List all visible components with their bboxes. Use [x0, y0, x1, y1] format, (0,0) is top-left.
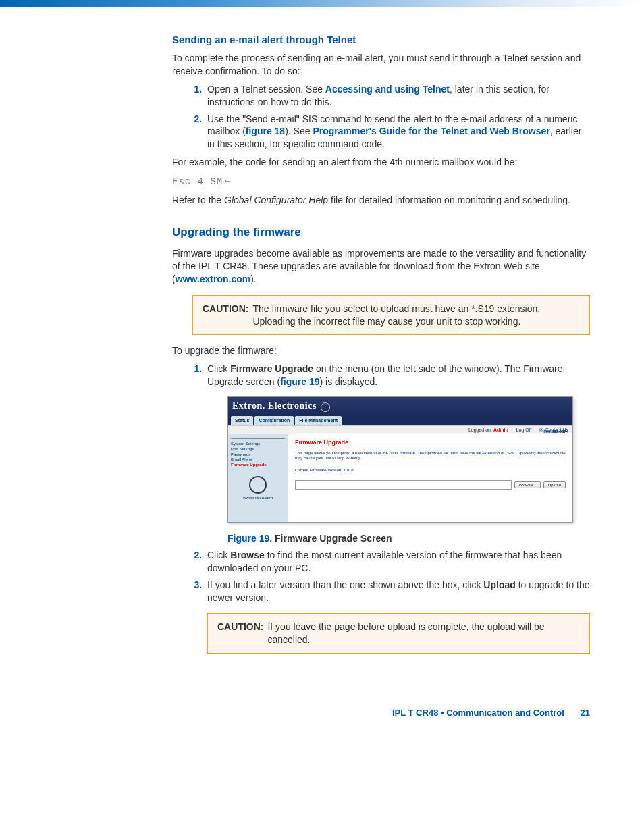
p4-b: file for detailed information on monitor…	[328, 194, 570, 205]
ss-tabs-wrap: Status Configuration File Management 800…	[228, 416, 572, 425]
caution-label-2: CAUTION:	[217, 621, 263, 646]
ss-main-divider-3	[295, 477, 566, 477]
ss-logged-label: Logged on:	[468, 427, 493, 432]
ss-logo-block: www.extron.com	[231, 476, 285, 500]
us3-bold: Upload	[483, 579, 515, 590]
side-port-settings[interactable]: Port Settings	[231, 447, 285, 452]
figure-19-number: Figure 19.	[227, 533, 272, 544]
ss-body: System Settings Port Settings Passwords …	[228, 434, 572, 522]
ss-tabs: Status Configuration File Management	[228, 416, 572, 425]
upgrade-steps-list: Click Firmware Upgrade on the menu (on t…	[172, 363, 590, 654]
side-email-alerts[interactable]: Email Alerts	[231, 457, 285, 463]
link-figure-18[interactable]: figure 18	[246, 126, 285, 136]
firmware-intro: Firmware upgrades become available as im…	[172, 247, 590, 286]
p4-a: Refer to the	[172, 194, 224, 205]
figure-19-caption: Figure 19. Firmware Upgrade Screen	[227, 532, 590, 545]
caution-text-2: If you leave the page before upload is c…	[267, 621, 580, 646]
us1-bold: Firmware Upgrade	[230, 363, 313, 374]
page-container: Sending an e-mail alert through Telnet T…	[0, 34, 644, 758]
heading-telnet: Sending an e-mail alert through Telnet	[172, 34, 590, 45]
footer-page-number: 21	[581, 708, 590, 718]
p4-italic: Global Configurator Help	[224, 194, 328, 205]
caution-box-2: CAUTION: If you leave the page before up…	[207, 613, 590, 654]
content-area: Sending an e-mail alert through Telnet T…	[172, 34, 590, 718]
figure-19-title: Firmware Upgrade Screen	[272, 533, 392, 544]
ss-side-divider	[231, 438, 285, 439]
code-text: Esc 4 SM	[172, 176, 223, 187]
telnet-step-1: Open a Telnet session. See Accessing and…	[205, 83, 590, 109]
us1-a: Click	[207, 363, 230, 374]
ss-upload-row: Browse... Upload	[295, 480, 566, 490]
firmware-upgrade-screenshot: Extron. Electronics Status Configuration…	[227, 396, 573, 523]
step2-text-b: ). See	[285, 126, 313, 136]
footer-text: IPL T CR48 • Communication and Control	[392, 708, 564, 718]
upgrade-step-3: If you find a later version than the one…	[205, 579, 590, 654]
step1-text-a: Open a Telnet session. See	[207, 84, 325, 95]
ss-main-panel: Firmware Upgrade This page allows you to…	[288, 434, 572, 522]
ss-header: Extron. Electronics	[228, 397, 572, 416]
page-footer: IPL T CR48 • Communication and Control 2…	[172, 708, 590, 718]
ss-sidebar: System Settings Port Settings Passwords …	[228, 434, 288, 522]
side-system-settings[interactable]: System Settings	[231, 442, 285, 447]
globe-icon	[321, 402, 330, 412]
ss-logoff-link[interactable]: Log Off	[516, 427, 532, 432]
caution-label-1: CAUTION:	[203, 303, 248, 328]
ss-brand-text: Extron. Electronics	[232, 400, 317, 411]
caution-text-1: The firmware file you select to upload m…	[252, 303, 580, 328]
ss-upload-button[interactable]: Upload	[543, 481, 566, 488]
link-programmers-guide[interactable]: Programmer's Guide for the Telnet and We…	[313, 126, 549, 136]
ss-browse-button[interactable]: Browse...	[514, 481, 541, 488]
tab-file-management[interactable]: File Management	[295, 416, 342, 425]
code-sample: Esc 4 SM←	[172, 176, 590, 187]
ss-logo-icon	[249, 476, 267, 494]
us1-c: ) is displayed.	[320, 376, 378, 387]
ss-firmware-version: Current Firmware Version: 1.01d	[295, 467, 566, 473]
ss-file-input[interactable]	[295, 480, 512, 490]
us3-a: If you find a later version than the one…	[207, 579, 483, 590]
example-paragraph: For example, the code for sending an ale…	[172, 156, 590, 169]
side-passwords[interactable]: Passwords	[231, 452, 285, 458]
top-gradient-bar	[0, 0, 644, 7]
link-accessing-telnet[interactable]: Accessing and using Telnet	[325, 84, 450, 95]
ss-status-bar: Logged on: Admin Log Off ✉ Contact Us	[228, 425, 572, 434]
caution-box-1: CAUTION: The firmware file you select to…	[192, 295, 590, 336]
ss-main-divider-1	[295, 448, 566, 448]
upgrade-step-1: Click Firmware Upgrade on the menu (on t…	[205, 363, 590, 545]
upgrade-step-2: Click Browse to find the most current av…	[205, 549, 590, 575]
enter-arrow-icon: ←	[223, 176, 233, 186]
ss-panel-desc: This page allows you to upload a new ver…	[295, 451, 566, 461]
refer-paragraph: Refer to the Global Configurator Help fi…	[172, 194, 590, 207]
intro-paragraph: To complete the process of sending an e-…	[172, 52, 590, 78]
link-figure-19[interactable]: figure 19	[280, 376, 319, 387]
ss-logo-link[interactable]: www.extron.com	[231, 495, 285, 500]
ss-phone: 800.633.9874	[543, 429, 568, 434]
ss-main-divider-2	[295, 463, 566, 463]
us2-bold: Browse	[230, 550, 265, 561]
telnet-steps-list: Open a Telnet session. See Accessing and…	[172, 83, 590, 151]
link-extron-site[interactable]: www.extron.com	[176, 273, 251, 284]
telnet-step-2: Use the "Send e-mail" SIS command to sen…	[205, 113, 590, 151]
fw-p1-b: ).	[250, 273, 257, 284]
ss-panel-title: Firmware Upgrade	[295, 438, 566, 446]
ss-logged-user: Admin	[493, 427, 508, 432]
heading-upgrading: Upgrading the firmware	[172, 226, 590, 239]
tab-status[interactable]: Status	[231, 416, 253, 425]
upgrade-lead: To upgrade the firmware:	[172, 344, 590, 357]
us2-a: Click	[207, 550, 230, 561]
side-firmware-upgrade[interactable]: Firmware Upgrade	[231, 463, 285, 468]
tab-configuration[interactable]: Configuration	[254, 416, 294, 425]
